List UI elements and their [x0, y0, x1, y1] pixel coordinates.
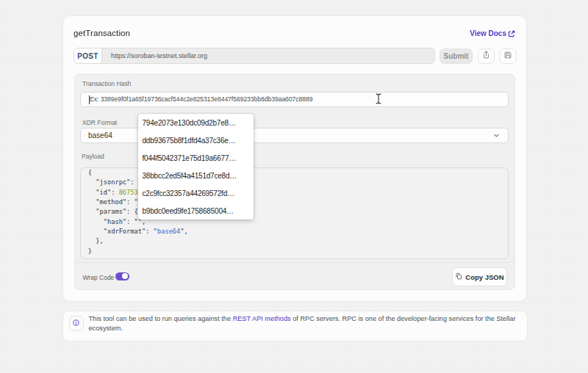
- autofill-option[interactable]: c2c9fcc32357a44269572fd…: [138, 184, 254, 202]
- code-token: },: [88, 237, 104, 245]
- code-token: "jsonrpc": ": [88, 178, 142, 186]
- info-note-text: This tool can be used to run queries aga…: [89, 314, 524, 334]
- request-url-group: POST https://soroban-testnet.stellar.org: [74, 48, 435, 64]
- code-line: }: [88, 247, 508, 256]
- wrap-code-toggle[interactable]: [115, 272, 129, 280]
- autofill-option[interactable]: b9bdc0eed9fe1758685004…: [138, 202, 254, 220]
- code-token: "id":: [88, 189, 119, 196]
- code-token: base64: [157, 228, 180, 235]
- view-docs-label: View Docs: [470, 29, 506, 37]
- xdr-format-label: XDR Format: [82, 119, 117, 126]
- footer-divider: [74, 262, 515, 263]
- autofill-dropdown: 794e2073e130dc09d2b7e8…ddb93675b8f1dfd4a…: [138, 114, 254, 220]
- chevron-down-icon: [493, 132, 500, 139]
- save-icon: [503, 49, 512, 62]
- note-text-part1: This tool can be used to run queries aga…: [89, 315, 233, 322]
- submit-button[interactable]: Submit: [440, 48, 473, 64]
- autofill-option[interactable]: 794e2073e130dc09d2b7e8…: [138, 114, 254, 131]
- code-token: "method": ": [88, 198, 138, 206]
- wrap-code-label: Wrap Code: [83, 274, 115, 281]
- code-line: "xdrFormat": "base64",: [88, 227, 508, 236]
- autofill-option[interactable]: ddb93675b8f1dfd4a37c36e…: [138, 131, 254, 149]
- share-icon: [481, 49, 491, 62]
- save-button[interactable]: [499, 48, 517, 64]
- rest-api-methods-link[interactable]: REST API methods: [233, 315, 291, 322]
- text-caret: [89, 95, 90, 104]
- request-url-field[interactable]: https://soroban-testnet.stellar.org: [102, 48, 434, 63]
- xdr-format-value: base64: [88, 131, 112, 140]
- payload-label: Payload: [82, 153, 104, 160]
- info-icon-box: [69, 316, 84, 331]
- code-line: },: [88, 236, 508, 246]
- view-docs-link[interactable]: View Docs: [470, 29, 515, 37]
- transaction-hash-label: Transaction Hash: [82, 80, 131, 87]
- code-token: "xdrFormat": ": [88, 228, 157, 235]
- copy-json-button[interactable]: Copy JSON: [452, 267, 507, 286]
- page-title: getTransaction: [74, 29, 130, 37]
- code-token: ",: [180, 228, 187, 235]
- copy-json-label: Copy JSON: [465, 273, 503, 281]
- code-token: {: [88, 169, 92, 176]
- http-method-badge: POST: [74, 48, 102, 63]
- toggle-knob: [122, 273, 129, 280]
- ibeam-cursor: [376, 93, 381, 107]
- share-button[interactable]: [478, 48, 495, 64]
- code-token: }: [88, 247, 92, 255]
- code-token: "hash": "",: [88, 218, 146, 225]
- autofill-option[interactable]: 38bbcc2ed5f4a4151d7ce8d…: [138, 167, 254, 184]
- info-icon: [72, 316, 80, 330]
- autofill-option[interactable]: f044f5042371e75d19a6677…: [138, 149, 254, 167]
- transaction-hash-input[interactable]: [80, 92, 509, 107]
- copy-icon: [455, 272, 462, 281]
- external-link-icon: [508, 30, 515, 37]
- code-token: "params": {: [88, 208, 138, 215]
